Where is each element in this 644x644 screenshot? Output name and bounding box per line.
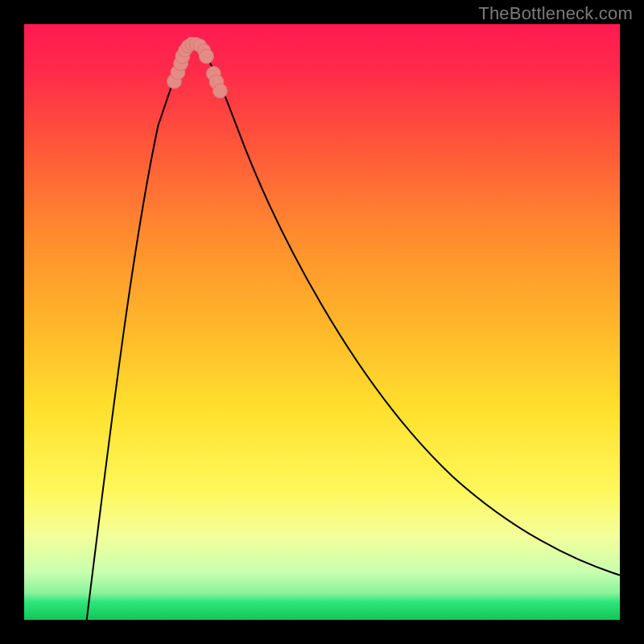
gradient-background: [24, 24, 620, 620]
chart-svg: [24, 24, 620, 620]
data-marker: [200, 49, 214, 64]
data-marker: [213, 84, 228, 98]
outer-frame: TheBottleneck.com: [0, 0, 644, 644]
plot-area: [24, 24, 620, 620]
watermark-text: TheBottleneck.com: [478, 3, 633, 24]
